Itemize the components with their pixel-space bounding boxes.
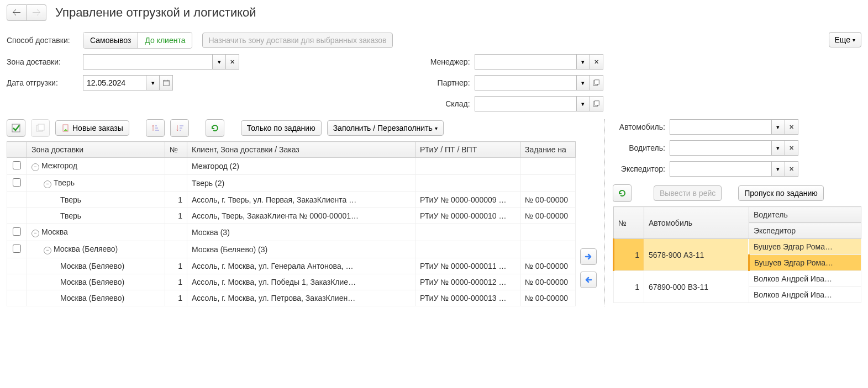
pickup-toggle[interactable]: Самовывоз xyxy=(83,33,138,48)
partner-dropdown[interactable]: ▾ xyxy=(577,75,590,91)
check-all-button[interactable] xyxy=(7,119,25,137)
task-cell: № 00-00000 xyxy=(520,274,575,290)
zone-cell: Тверь xyxy=(60,195,81,204)
rtiu-cell xyxy=(415,158,520,175)
table-row[interactable]: −Москва (Беляево)Москва (Беляево) (3) xyxy=(7,241,576,258)
tree-toggle-icon[interactable]: − xyxy=(31,230,39,237)
sort-asc-button[interactable] xyxy=(146,119,165,137)
move-left-button[interactable] xyxy=(580,272,597,288)
tree-toggle-icon[interactable]: − xyxy=(44,180,51,188)
num-header[interactable]: № xyxy=(165,142,187,158)
only-by-task-button[interactable]: Только по заданию xyxy=(241,120,322,136)
delivery-method-label: Способ доставки: xyxy=(7,36,78,45)
to-client-toggle[interactable]: До клиента xyxy=(138,33,192,48)
pass-by-task-button[interactable]: Пропуск по заданию xyxy=(738,185,824,201)
orders-table: Зона доставки № Клиент, Зона доставки / … xyxy=(7,141,576,306)
driver-clear[interactable]: ✕ xyxy=(785,140,798,156)
vehicle-input[interactable] xyxy=(670,119,772,135)
rtiu-cell: РТиУ № 0000-000013 … xyxy=(415,290,520,306)
forwarder-label: Экспедитор: xyxy=(613,164,665,173)
uncheck-all-button[interactable] xyxy=(31,119,50,137)
num-cell xyxy=(165,175,187,192)
assign-zone-button[interactable]: Назначить зону доставки для выбранных за… xyxy=(202,33,392,48)
vehicle-clear[interactable]: ✕ xyxy=(785,119,798,135)
client-header[interactable]: Клиент, Зона доставки / Заказ xyxy=(187,142,415,158)
manager-input[interactable] xyxy=(475,54,577,70)
vehicle-row[interactable]: 15678-900 А3-11Бушуев Эдгар Рома… xyxy=(613,239,861,255)
table-row[interactable]: −ТверьТверь (2) xyxy=(7,175,576,192)
table-row[interactable]: Москва (Беляево)1Ассоль, г. Москва, ул. … xyxy=(7,274,576,290)
ship-date-dropdown[interactable]: ▾ xyxy=(146,75,160,91)
vdriver-cell: Бушуев Эдгар Рома… xyxy=(749,239,861,255)
rtiu-header[interactable]: РТиУ / ПТ / ВПТ xyxy=(415,142,520,158)
svg-rect-7 xyxy=(595,101,599,105)
row-checkbox[interactable] xyxy=(13,227,21,236)
partner-open[interactable] xyxy=(590,75,603,91)
table-row[interactable]: Тверь1Ассоль, Тверь, ЗаказКлиента № 0000… xyxy=(7,208,576,224)
client-cell: Ассоль, г. Москва, ул. Генерала Антонова… xyxy=(187,258,415,274)
vehicle-label: Автомобиль: xyxy=(613,123,665,131)
ship-date-input[interactable] xyxy=(83,75,146,91)
table-row[interactable]: Тверь1Ассоль, г. Тверь, ул. Первая, Зака… xyxy=(7,192,576,208)
table-row[interactable]: −МоскваМосква (3) xyxy=(7,224,576,241)
rtiu-cell: РТиУ № 0000-000010 … xyxy=(415,208,520,224)
row-checkbox[interactable] xyxy=(13,245,21,253)
ship-date-calendar[interactable] xyxy=(160,75,173,91)
fill-refill-button[interactable]: Заполнить / Перезаполнить ▾ xyxy=(327,120,444,136)
client-cell: Ассоль, Тверь, ЗаказКлиента № 0000-00001… xyxy=(187,208,415,224)
vforwarder-header[interactable]: Экспедитор xyxy=(749,223,861,239)
manager-clear[interactable]: ✕ xyxy=(590,54,603,70)
task-header[interactable]: Задание на xyxy=(520,142,575,158)
release-button[interactable]: Вывести в рейс xyxy=(654,185,722,201)
back-button[interactable]: 🡠 xyxy=(7,4,27,21)
vehicle-dropdown[interactable]: ▾ xyxy=(772,119,785,135)
zone-cell: Межгород xyxy=(41,161,77,170)
more-button[interactable]: Еще ▾ xyxy=(829,32,862,47)
vvehicle-header[interactable]: Автомобиль xyxy=(644,207,749,239)
new-orders-button[interactable]: Новые заказы xyxy=(55,120,129,136)
partner-input[interactable] xyxy=(475,75,577,91)
move-right-button[interactable] xyxy=(580,248,597,265)
zone-cell: Москва (Беляево) xyxy=(54,245,118,253)
vdriver-header[interactable]: Водитель xyxy=(749,207,861,223)
client-cell: Ассоль, г. Москва, ул. Победы 1, ЗаказКл… xyxy=(187,274,415,290)
table-row[interactable]: −МежгородМежгород (2) xyxy=(7,158,576,175)
vnum-header[interactable]: № xyxy=(613,207,644,239)
delivery-method-toggle[interactable]: Самовывоз До клиента xyxy=(83,32,192,49)
zone-clear[interactable]: ✕ xyxy=(226,54,239,70)
num-cell: 1 xyxy=(165,290,187,306)
refresh-left-button[interactable] xyxy=(206,119,224,137)
tree-toggle-icon[interactable]: − xyxy=(31,163,39,171)
forward-button[interactable]: 🡢 xyxy=(27,4,46,21)
forwarder-dropdown[interactable]: ▾ xyxy=(772,161,785,177)
task-cell xyxy=(520,158,575,175)
zone-cell: Тверь xyxy=(54,178,75,187)
num-cell: 1 xyxy=(165,258,187,274)
client-cell: Межгород (2) xyxy=(187,158,415,175)
forwarder-clear[interactable]: ✕ xyxy=(785,161,798,177)
manager-dropdown[interactable]: ▾ xyxy=(577,54,590,70)
zone-dropdown[interactable]: ▾ xyxy=(213,54,226,70)
driver-dropdown[interactable]: ▾ xyxy=(772,140,785,156)
refresh-right-button[interactable] xyxy=(613,184,632,202)
client-cell: Ассоль, г. Москва, ул. Петрова, ЗаказКли… xyxy=(187,290,415,306)
zone-header[interactable]: Зона доставки xyxy=(27,142,165,158)
table-row[interactable]: Москва (Беляево)1Ассоль, г. Москва, ул. … xyxy=(7,290,576,306)
tree-toggle-icon[interactable]: − xyxy=(44,247,51,254)
driver-input[interactable] xyxy=(670,140,772,156)
warehouse-dropdown[interactable]: ▾ xyxy=(577,96,590,111)
table-row[interactable]: Москва (Беляево)1Ассоль, г. Москва, ул. … xyxy=(7,258,576,274)
vehicle-row[interactable]: 167890-000 В3-11Волков Андрей Ива… xyxy=(613,271,861,287)
zone-cell: Москва xyxy=(41,227,68,236)
warehouse-input[interactable] xyxy=(475,96,577,111)
sort-desc-button[interactable] xyxy=(170,119,189,137)
forwarder-input[interactable] xyxy=(670,161,772,177)
manager-label: Менеджер: xyxy=(426,57,470,66)
row-checkbox[interactable] xyxy=(13,178,21,187)
warehouse-open[interactable] xyxy=(590,96,603,111)
svg-rect-0 xyxy=(163,81,169,86)
num-cell xyxy=(165,158,187,175)
zone-input[interactable] xyxy=(83,54,213,70)
partner-label: Партнер: xyxy=(426,78,470,87)
row-checkbox[interactable] xyxy=(13,161,21,169)
